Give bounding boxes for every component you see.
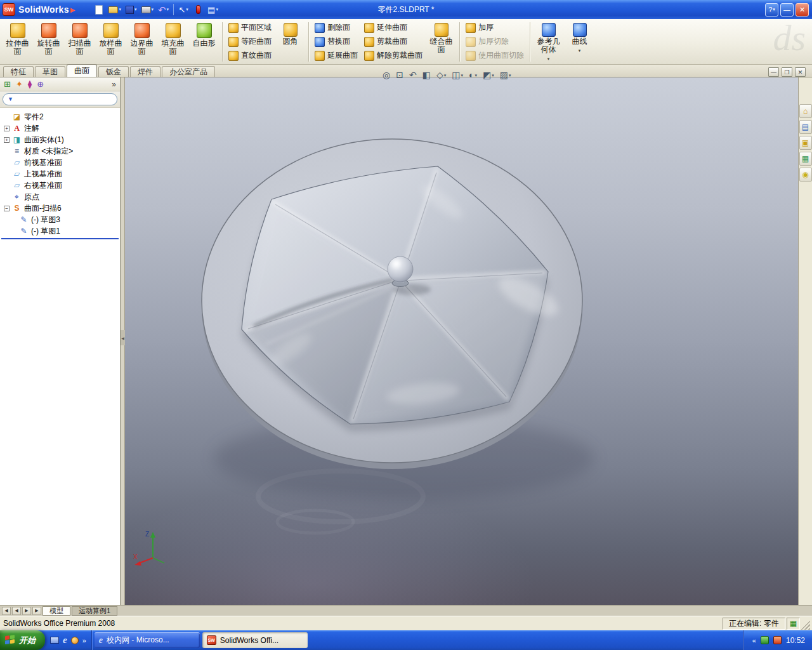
- delete-face-button[interactable]: 删除面: [312, 21, 360, 34]
- swept-surface-button[interactable]: 扫描曲面: [65, 21, 95, 63]
- collapse-toggle[interactable]: −: [4, 206, 10, 211]
- featuremanager-tree-tab[interactable]: ⊞: [4, 80, 11, 88]
- section-view-button[interactable]: ◧: [421, 69, 433, 81]
- lofted-surface-button[interactable]: 放样曲面: [96, 21, 126, 63]
- tray-collapse-chevron[interactable]: «: [752, 637, 756, 644]
- feature-manager-panel: ⊞ ✦ ⧫ ⊕ » ▼ ◪零件2 +A注解 +◨曲面实体(1) ≡材质 <未指定…: [0, 77, 121, 605]
- extruded-surface-button[interactable]: 拉伸曲面: [3, 21, 32, 63]
- display-style-button[interactable]: ◫▾: [450, 69, 465, 81]
- splitter-collapse-arrow[interactable]: ◀: [121, 330, 125, 345]
- tree-item-part[interactable]: ◪零件2: [0, 111, 120, 123]
- tray-messenger-icon[interactable]: [773, 636, 782, 644]
- resize-grip[interactable]: [801, 618, 810, 630]
- tray-antivirus-icon[interactable]: [761, 636, 769, 644]
- doc-minimize-button[interactable]: —: [768, 67, 779, 77]
- offset-surface-button[interactable]: 等距曲面: [226, 35, 274, 48]
- view-orientation-button[interactable]: ◇▾: [435, 69, 448, 81]
- edit-appearance-button[interactable]: ◩▾: [481, 69, 496, 81]
- taskbar-item-solidworks[interactable]: SW SolidWorks Offi...: [202, 632, 308, 648]
- tree-item-annotations[interactable]: +A注解: [0, 123, 120, 134]
- solidworks-resources-button[interactable]: ⌂: [799, 104, 812, 118]
- propertymanager-tab[interactable]: ✦: [16, 80, 23, 88]
- expand-toggle[interactable]: +: [4, 126, 10, 131]
- replace-face-button[interactable]: 替换面: [312, 35, 360, 48]
- minimize-button[interactable]: —: [780, 3, 794, 17]
- trim-surface-button[interactable]: 剪裁曲面: [362, 35, 425, 48]
- open-button[interactable]: ▾: [107, 3, 122, 17]
- boundary-surface-button[interactable]: 边界曲面: [127, 21, 157, 63]
- zoom-to-area-button[interactable]: ⊡: [394, 69, 405, 81]
- reference-geometry-button[interactable]: 参考几何体▾: [534, 21, 563, 63]
- extended-surface-button[interactable]: 延伸曲面: [362, 21, 425, 34]
- curves-button[interactable]: 曲线▾: [565, 21, 594, 63]
- tree-item-front-plane[interactable]: ▱前视基准面: [0, 157, 120, 168]
- taskbar-item-browser[interactable]: e 校内网 - Microso...: [95, 632, 200, 648]
- selection-filter-button[interactable]: [192, 3, 204, 17]
- manager-overflow-button[interactable]: »: [112, 80, 116, 89]
- configurationmanager-tab[interactable]: ⧫: [28, 80, 32, 88]
- doc-close-button[interactable]: ✕: [795, 67, 806, 77]
- quick-tips-toggle[interactable]: ▦: [787, 618, 800, 630]
- save-button[interactable]: ▾: [124, 3, 138, 17]
- thicken-button[interactable]: 加厚: [463, 21, 527, 34]
- tree-filter-input[interactable]: [16, 95, 112, 104]
- tab-sheet-metal[interactable]: 钣金: [98, 66, 129, 77]
- apply-scene-button[interactable]: ▨▾: [498, 69, 513, 81]
- hide-show-items-button[interactable]: ◐▾: [467, 69, 479, 81]
- tree-item-surface-sweep[interactable]: −S曲面-扫描6: [0, 202, 120, 214]
- graphics-area[interactable]: Z X: [125, 77, 798, 605]
- media-player-icon[interactable]: [71, 637, 79, 644]
- close-button[interactable]: ✕: [796, 3, 809, 17]
- extend-surface-button[interactable]: 延展曲面: [312, 49, 360, 62]
- tab-surfaces[interactable]: 曲面: [67, 64, 97, 77]
- ruled-surface-button[interactable]: 直纹曲面: [226, 49, 274, 62]
- tab-sketch[interactable]: 草图: [35, 66, 65, 77]
- model-tab[interactable]: 模型: [43, 606, 70, 616]
- rollback-bar[interactable]: [1, 238, 119, 239]
- internet-explorer-icon[interactable]: e: [63, 635, 67, 645]
- tab-scroll-next-button[interactable]: ▶: [22, 607, 31, 615]
- knit-surface-button[interactable]: 缝合曲面: [426, 21, 456, 63]
- panel-splitter[interactable]: ◀: [121, 77, 125, 605]
- fillet-button[interactable]: 圆角: [275, 21, 305, 63]
- tab-scroll-first-button[interactable]: ◀: [2, 607, 11, 615]
- show-desktop-icon[interactable]: [50, 637, 59, 644]
- options-button[interactable]: ▤▾: [206, 3, 219, 17]
- model-3d[interactable]: [125, 77, 798, 605]
- appearances-scenes-button[interactable]: ◉: [799, 168, 812, 182]
- quick-launch-overflow-chevron[interactable]: »: [82, 637, 86, 644]
- untrim-surface-button[interactable]: 解除剪裁曲面: [362, 49, 425, 62]
- part-icon: ◪: [12, 113, 22, 121]
- tree-item-material[interactable]: ≡材质 <未指定>: [0, 145, 120, 157]
- print-button[interactable]: ▾: [140, 3, 155, 17]
- tree-item-sketch3[interactable]: ✎(-) 草图3: [0, 214, 120, 225]
- undo-button[interactable]: ↶▾: [157, 3, 170, 17]
- tree-item-top-plane[interactable]: ▱上视基准面: [0, 168, 120, 180]
- new-document-button[interactable]: [93, 3, 105, 17]
- filled-surface-button[interactable]: 填充曲面: [158, 21, 188, 63]
- tab-features[interactable]: 特征: [3, 66, 34, 77]
- help-button[interactable]: ?▾: [765, 3, 778, 17]
- tab-scroll-last-button[interactable]: ▶: [32, 607, 41, 615]
- tab-office-products[interactable]: 办公室产品: [162, 66, 215, 77]
- doc-restore-button[interactable]: ❐: [782, 67, 792, 77]
- planar-surface-button[interactable]: 平面区域: [226, 21, 274, 34]
- dimxpertmanager-tab[interactable]: ⊕: [37, 80, 44, 88]
- tree-item-surface-bodies[interactable]: +◨曲面实体(1): [0, 134, 120, 145]
- revolved-surface-button[interactable]: 旋转曲面: [34, 21, 63, 63]
- tree-item-right-plane[interactable]: ▱右视基准面: [0, 180, 120, 191]
- zoom-to-fit-button[interactable]: ◎: [381, 69, 392, 81]
- motion-study-tab[interactable]: 运动算例1: [72, 606, 117, 616]
- expand-toggle[interactable]: +: [4, 137, 10, 143]
- tree-item-origin[interactable]: ⌖原点: [0, 191, 120, 202]
- start-button[interactable]: 开始: [0, 630, 45, 650]
- freeform-button[interactable]: 自由形: [189, 21, 219, 63]
- select-button[interactable]: ↖▾: [177, 3, 190, 17]
- design-library-button[interactable]: ▤: [799, 120, 812, 134]
- file-explorer-button[interactable]: ▣: [799, 136, 812, 150]
- tab-weldments[interactable]: 焊件: [130, 66, 160, 77]
- tab-scroll-prev-button[interactable]: ◀: [12, 607, 21, 615]
- previous-view-button[interactable]: ↶: [407, 69, 419, 81]
- tree-item-sketch1[interactable]: ✎(-) 草图1: [0, 225, 120, 237]
- view-palette-button[interactable]: ▦: [799, 152, 812, 166]
